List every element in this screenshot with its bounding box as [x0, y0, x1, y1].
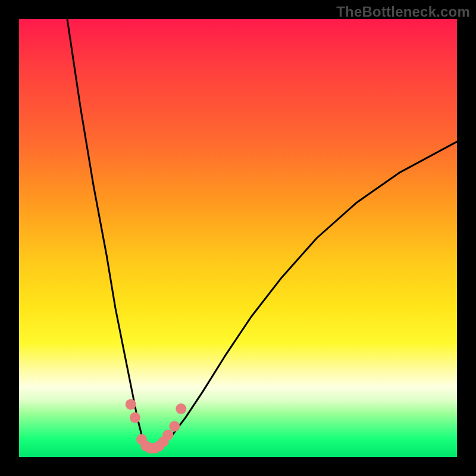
- curve-layer: [67, 19, 457, 448]
- data-marker: [176, 403, 186, 414]
- markers-layer: [126, 399, 187, 454]
- chart-frame: TheBottleneck.com: [0, 0, 476, 476]
- chart-plot-area: [19, 19, 457, 457]
- data-marker: [126, 399, 136, 410]
- data-marker: [162, 430, 173, 440]
- data-marker: [130, 412, 140, 423]
- chart-svg: [19, 19, 457, 457]
- watermark-text: TheBottleneck.com: [336, 4, 470, 20]
- data-marker: [169, 421, 180, 432]
- bottleneck-curve: [67, 19, 457, 448]
